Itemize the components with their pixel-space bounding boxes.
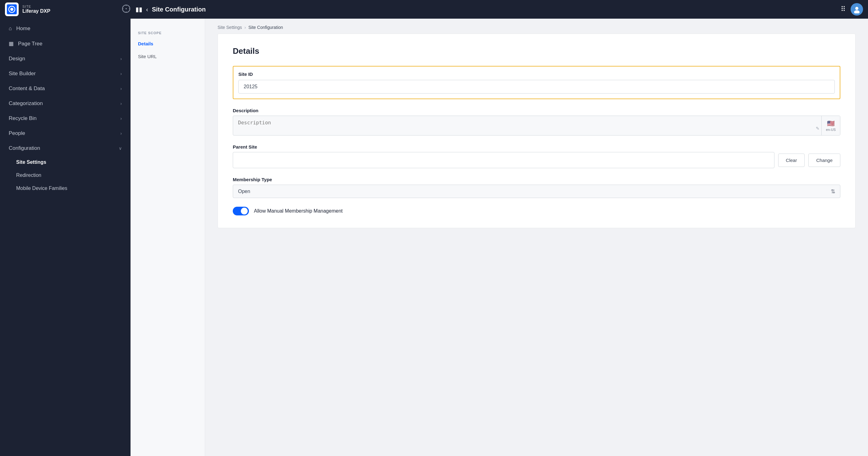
breadcrumb-current: Site Configuration <box>248 25 283 30</box>
sidebar-sub-item-site-settings[interactable]: Site Settings <box>0 156 130 169</box>
chevron-right-icon: › <box>120 86 122 91</box>
sidebar-sub-item-label: Mobile Device Families <box>16 186 67 191</box>
settings-nav-section: SITE SCOPE <box>130 26 205 37</box>
svg-point-4 <box>126 8 127 9</box>
breadcrumb-separator: › <box>245 25 246 30</box>
membership-management-toggle-row: Allow Manual Membership Management <box>233 207 840 215</box>
form-card: Details Site ID 20125 Description ✎ 🇺🇸 e… <box>218 34 856 228</box>
description-field-group: Description ✎ 🇺🇸 en-US <box>233 108 840 135</box>
change-button[interactable]: Change <box>808 154 840 167</box>
chevron-down-icon: ∨ <box>119 146 122 151</box>
settings-nav-item-details[interactable]: Details <box>130 37 205 50</box>
chevron-right-icon: › <box>120 101 122 106</box>
logo-section: SITE Liferay DXP <box>5 2 135 16</box>
breadcrumb-parent[interactable]: Site Settings <box>218 25 242 30</box>
locale-label: en-US <box>826 128 836 131</box>
description-input-wrapper: ✎ 🇺🇸 en-US <box>233 116 840 135</box>
sidebar-item-home[interactable]: ⌂ Home <box>0 21 130 36</box>
logo-text: SITE Liferay DXP <box>22 5 50 14</box>
locale-selector[interactable]: 🇺🇸 en-US <box>822 116 840 135</box>
membership-type-select[interactable]: Open Restricted Private <box>233 185 840 198</box>
chevron-right-icon: › <box>120 56 122 61</box>
site-id-label: Site ID <box>238 71 835 77</box>
parent-site-row: Clear Change <box>233 152 840 168</box>
flag-emoji: 🇺🇸 <box>827 120 835 127</box>
sidebar-item-label: Configuration <box>9 145 40 151</box>
settings-nav: SITE SCOPE Details Site URL <box>130 19 205 456</box>
sidebar-item-categorization[interactable]: Categorization › <box>0 96 130 111</box>
sidebar-toggle-icon[interactable]: ▮▮ <box>135 6 142 13</box>
svg-point-6 <box>855 7 858 10</box>
edit-icon: ✎ <box>816 126 819 135</box>
chevron-right-icon: › <box>120 71 122 76</box>
membership-management-label: Allow Manual Membership Management <box>254 208 342 214</box>
membership-management-toggle[interactable] <box>233 207 249 215</box>
sidebar-item-label: Page Tree <box>18 41 42 47</box>
membership-type-select-wrapper: Open Restricted Private ⇅ <box>233 185 840 198</box>
sidebar-item-people[interactable]: People › <box>0 126 130 141</box>
parent-site-field-group: Parent Site Clear Change <box>233 144 840 168</box>
sidebar-item-label: Content & Data <box>9 86 45 92</box>
site-logo[interactable] <box>5 2 19 16</box>
clear-button[interactable]: Clear <box>778 154 805 167</box>
content-area: Site Settings › Site Configuration Detai… <box>205 19 868 456</box>
sidebar-item-label: Categorization <box>9 100 43 107</box>
settings-nav-item-label: Site URL <box>138 54 157 59</box>
sidebar-item-label: Design <box>9 56 25 62</box>
home-icon: ⌂ <box>9 26 12 32</box>
sidebar-item-label: Home <box>16 26 30 32</box>
main-wrapper: SITE SCOPE Details Site URL Site Setting… <box>130 19 868 456</box>
chevron-right-icon: › <box>120 116 122 121</box>
svg-point-2 <box>10 8 13 11</box>
top-bar-center: ▮▮ ‹ Site Configuration <box>135 6 841 13</box>
top-bar: SITE Liferay DXP ▮▮ ‹ Site Configuration… <box>0 0 868 19</box>
sidebar-item-site-builder[interactable]: Site Builder › <box>0 66 130 81</box>
sidebar-item-recycle-bin[interactable]: Recycle Bin › <box>0 111 130 126</box>
site-id-box: Site ID 20125 <box>233 66 840 99</box>
svg-point-7 <box>854 10 860 13</box>
page-title: Site Configuration <box>152 6 206 13</box>
avatar[interactable] <box>850 3 863 16</box>
description-label: Description <box>233 108 840 113</box>
sidebar-item-label: People <box>9 130 25 136</box>
sidebar-sub-item-label: Redirection <box>16 173 41 178</box>
membership-type-field-group: Membership Type Open Restricted Private … <box>233 177 840 198</box>
sidebar-sub-item-mobile-device[interactable]: Mobile Device Families <box>0 182 130 195</box>
sidebar-item-configuration[interactable]: Configuration ∨ <box>0 141 130 156</box>
sidebar-item-page-tree[interactable]: ▦ Page Tree <box>0 36 130 51</box>
sidebar-item-design[interactable]: Design › <box>0 51 130 66</box>
sidebar-sub-item-label: Site Settings <box>16 159 46 165</box>
site-name: Liferay DXP <box>22 8 50 14</box>
form-title: Details <box>233 46 840 56</box>
chevron-right-icon: › <box>120 131 122 136</box>
sidebar-item-label: Site Builder <box>9 70 36 77</box>
sidebar-sub-item-redirection[interactable]: Redirection <box>0 169 130 182</box>
page-tree-icon: ▦ <box>9 40 14 47</box>
settings-nav-item-label: Details <box>138 41 153 46</box>
site-id-value: 20125 <box>238 80 835 94</box>
sidebar-item-label: Recycle Bin <box>9 115 37 122</box>
parent-site-input[interactable] <box>233 152 774 168</box>
description-input[interactable] <box>233 116 816 135</box>
compass-icon[interactable] <box>122 4 130 13</box>
apps-grid-icon[interactable]: ⠿ <box>841 5 846 13</box>
sidebar-item-content-data[interactable]: Content & Data › <box>0 81 130 96</box>
parent-site-label: Parent Site <box>233 144 840 150</box>
back-button[interactable]: ‹ <box>146 6 148 13</box>
toggle-knob <box>241 208 248 214</box>
membership-type-label: Membership Type <box>233 177 840 182</box>
sidebar: ⌂ Home ▦ Page Tree Design › Site Builder… <box>0 19 130 456</box>
site-label: SITE <box>22 5 50 8</box>
settings-nav-item-site-url[interactable]: Site URL <box>130 50 205 63</box>
breadcrumb: Site Settings › Site Configuration <box>205 19 868 34</box>
top-bar-right: ⠿ <box>841 3 863 16</box>
